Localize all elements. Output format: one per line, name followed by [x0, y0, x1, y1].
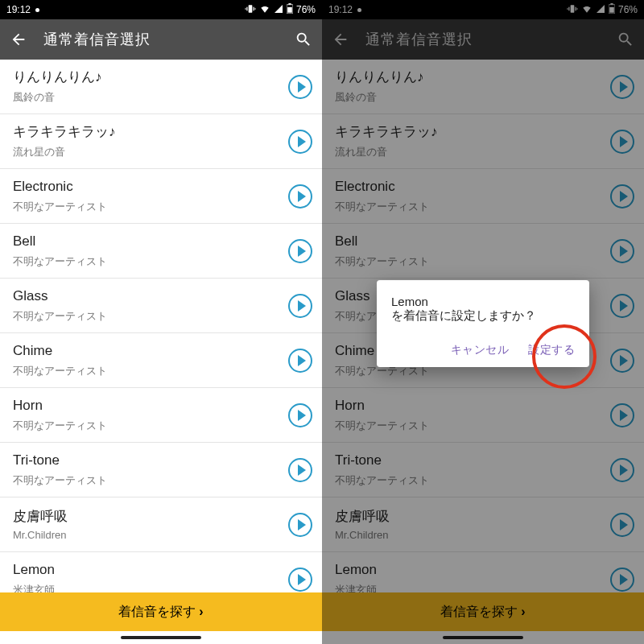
play-button[interactable] [288, 184, 312, 208]
notification-dot-icon [357, 8, 361, 12]
vibrate-icon [245, 3, 256, 17]
confirm-button[interactable]: 設定する [528, 343, 575, 357]
play-icon [298, 574, 306, 585]
dialog-message: を着信音に設定しますか？ [391, 308, 575, 324]
ringtone-title: Electronic [335, 178, 604, 196]
play-button[interactable] [610, 458, 634, 482]
ringtone-title: キラキラキラッ♪ [13, 123, 282, 141]
play-icon [298, 519, 306, 530]
ringtone-row[interactable]: Electronic不明なアーティスト [322, 169, 644, 224]
confirm-dialog: Lemon を着信音に設定しますか？ キャンセル 設定する [377, 280, 589, 367]
ringtone-row[interactable]: Horn不明なアーティスト [0, 388, 322, 443]
ringtone-row[interactable]: 皮膚呼吸Mr.Children [322, 497, 644, 552]
cancel-button[interactable]: キャンセル [451, 343, 510, 357]
play-button[interactable] [288, 75, 312, 99]
play-button[interactable] [610, 294, 634, 318]
ringtone-row[interactable]: Lemon米津玄師 [322, 552, 644, 592]
status-bar: 19:12 76% [0, 0, 322, 19]
play-button[interactable] [288, 130, 312, 154]
play-button[interactable] [610, 184, 634, 208]
ringtone-title: Bell [13, 233, 282, 250]
back-button[interactable] [332, 31, 349, 48]
play-button[interactable] [288, 458, 312, 482]
ringtone-title: りんりんりん♪ [13, 68, 282, 86]
play-button[interactable] [610, 239, 634, 263]
play-button[interactable] [610, 75, 634, 99]
nav-pill-icon [121, 636, 201, 639]
ringtone-artist: 不明なアーティスト [13, 200, 282, 214]
ringtone-artist: 不明なアーティスト [13, 254, 282, 269]
ringtone-artist: 流れ星の音 [335, 145, 604, 159]
play-button[interactable] [610, 349, 634, 373]
nav-bar [0, 631, 322, 644]
nav-bar [322, 631, 644, 644]
ringtone-row[interactable]: Electronic不明なアーティスト [0, 169, 322, 224]
svg-rect-2 [253, 6, 254, 10]
ringtone-title: Tri-tone [13, 452, 282, 469]
svg-rect-9 [568, 6, 569, 10]
play-button[interactable] [288, 403, 312, 427]
ringtone-artist: 不明なアーティスト [13, 309, 282, 324]
play-icon [620, 519, 628, 530]
ringtone-row[interactable]: Chime不明なアーティスト [0, 333, 322, 388]
ringtone-title: 皮膚呼吸 [335, 508, 604, 526]
nav-pill-icon [443, 636, 523, 639]
ringtone-row[interactable]: Glass不明なアーティスト [0, 279, 322, 333]
search-button[interactable] [617, 31, 634, 48]
play-icon [620, 81, 628, 93]
play-button[interactable] [288, 294, 312, 318]
find-ringtone-button[interactable]: 着信音を探す › [0, 592, 322, 631]
ringtone-title: Horn [13, 397, 282, 415]
screen-left: 19:12 76% 通常着信音選択 りんりんりん♪風鈴の音キラ [0, 0, 322, 644]
ringtone-row[interactable]: りんりんりん♪風鈴の音 [322, 60, 644, 114]
svg-rect-3 [246, 7, 246, 9]
play-button[interactable] [288, 239, 312, 263]
ringtone-row[interactable]: りんりんりん♪風鈴の音 [0, 60, 322, 114]
page-title: 通常着信音選択 [43, 30, 279, 49]
status-bar: 19:12 76% [322, 0, 644, 19]
play-icon [298, 300, 306, 312]
svg-rect-15 [609, 7, 614, 13]
battery-percent: 76% [296, 4, 316, 15]
ringtone-row[interactable]: Lemon米津玄師 [0, 552, 322, 592]
svg-rect-4 [255, 7, 256, 9]
play-icon [620, 574, 628, 585]
svg-rect-12 [577, 7, 578, 9]
ringtone-row[interactable]: Bell不明なアーティスト [0, 224, 322, 279]
ringtone-artist: 不明なアーティスト [13, 473, 282, 488]
play-button[interactable] [610, 568, 634, 592]
play-button[interactable] [610, 130, 634, 154]
play-button[interactable] [288, 513, 312, 537]
svg-rect-10 [575, 6, 576, 10]
find-ringtone-button[interactable]: 着信音を探す › [322, 592, 644, 631]
ringtone-row[interactable]: キラキラキラッ♪流れ星の音 [0, 114, 322, 169]
battery-icon [609, 3, 615, 16]
battery-percent: 76% [618, 4, 638, 15]
ringtone-row[interactable]: Tri-tone不明なアーティスト [0, 443, 322, 497]
svg-rect-6 [288, 3, 291, 5]
svg-rect-1 [246, 6, 247, 10]
play-button[interactable] [288, 568, 312, 592]
ringtone-row[interactable]: Horn不明なアーティスト [322, 388, 644, 443]
play-button[interactable] [610, 403, 634, 427]
ringtone-title: Electronic [13, 178, 282, 196]
ringtone-row[interactable]: 皮膚呼吸Mr.Children [0, 497, 322, 552]
search-button[interactable] [295, 31, 312, 48]
ringtone-row[interactable]: Bell不明なアーティスト [322, 224, 644, 279]
ringtone-row[interactable]: Tri-tone不明なアーティスト [322, 443, 644, 497]
ringtone-row[interactable]: キラキラキラッ♪流れ星の音 [322, 114, 644, 169]
screen-right: 19:12 76% 通常着信音選択 りんりんりん♪風鈴の音キラ [322, 0, 644, 644]
chevron-right-icon: › [521, 605, 525, 619]
play-button[interactable] [610, 513, 634, 537]
ringtone-artist: 風鈴の音 [13, 90, 282, 105]
status-time: 19:12 [328, 4, 353, 15]
play-icon [620, 136, 628, 147]
back-button[interactable] [10, 31, 27, 48]
svg-rect-11 [568, 7, 568, 9]
svg-rect-14 [610, 3, 613, 5]
ringtone-list[interactable]: りんりんりん♪風鈴の音キラキラキラッ♪流れ星の音Electronic不明なアーテ… [0, 60, 322, 592]
play-button[interactable] [288, 349, 312, 373]
play-icon [298, 191, 306, 202]
play-icon [620, 300, 628, 312]
play-icon [298, 355, 306, 366]
